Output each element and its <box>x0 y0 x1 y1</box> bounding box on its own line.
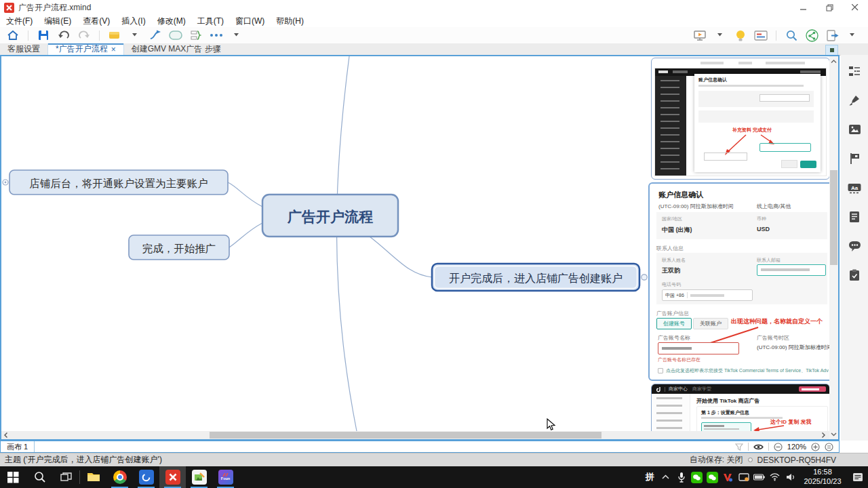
sheet-dropdown-caret[interactable] <box>125 28 145 43</box>
skeleton-bar <box>738 62 752 64</box>
eye-icon[interactable] <box>753 443 764 451</box>
start-button[interactable] <box>0 466 26 488</box>
ad-timezone-value: (UTC-09:00) 阿拉斯加标准时间 <box>757 344 832 351</box>
branch-collapse-handle[interactable] <box>642 274 647 280</box>
search-button[interactable] <box>781 28 802 43</box>
cancel-button-mini <box>781 160 797 168</box>
image-topic-account-confirm-small[interactable]: 账户信息确认 补充资料 完成支付 <box>651 58 830 180</box>
taskbar-clock[interactable]: 16:58 2025/10/23 <box>799 468 846 487</box>
sheet-button[interactable] <box>104 28 125 43</box>
more-tools-button[interactable] <box>206 28 226 43</box>
system-tray: 拼 16:58 2025/10/23 <box>643 466 868 488</box>
red-v-app-icon[interactable] <box>721 466 735 488</box>
menu-help[interactable]: 帮助(H) <box>276 16 304 27</box>
relationship-button[interactable] <box>145 28 165 43</box>
idea-bulb-button[interactable] <box>730 28 751 43</box>
screen-capture-icon[interactable] <box>736 466 751 488</box>
zoom-controls: 120% <box>735 443 839 451</box>
horizontal-scroll-thumb[interactable] <box>210 432 601 439</box>
nav-merchant-school: 商家学堂 <box>692 386 711 392</box>
notes-document-icon[interactable] <box>848 210 861 224</box>
export-dropdown-caret[interactable] <box>842 28 863 43</box>
menu-insert[interactable]: 插入(I) <box>121 16 145 27</box>
wechat-icon[interactable] <box>690 466 704 488</box>
share-button[interactable] <box>802 28 822 43</box>
scroll-right-icon[interactable] <box>820 432 827 439</box>
topic-left-top-label: 店铺后台，将开通账户设置为主要账户 <box>29 178 208 189</box>
task-view-button[interactable] <box>53 466 79 488</box>
horizontal-scrollbar[interactable] <box>1 431 829 439</box>
menu-edit[interactable]: 编辑(E) <box>44 16 71 27</box>
export-button[interactable] <box>822 28 842 43</box>
speaker-icon[interactable] <box>783 466 797 488</box>
notification-center-icon[interactable] <box>848 466 868 488</box>
vertical-scroll-thumb[interactable] <box>830 170 837 265</box>
presentation-button[interactable] <box>690 28 710 43</box>
foun-label: Foun <box>221 477 230 481</box>
home-button[interactable] <box>3 28 23 43</box>
foun-app-button[interactable]: Foun <box>212 466 239 488</box>
vertical-scrollbar[interactable] <box>829 56 838 439</box>
tiktok-header-bar: 商家中心 商家学堂 <box>652 384 829 394</box>
note-card-button[interactable] <box>751 28 771 43</box>
tab-label: 客服设置 <box>7 43 40 55</box>
wechat-icon-2[interactable] <box>705 466 719 488</box>
file-explorer-button[interactable] <box>80 466 106 488</box>
tab-close-icon[interactable]: × <box>111 45 116 54</box>
paint-app-button[interactable] <box>186 466 212 488</box>
marker-flag-icon[interactable] <box>848 152 861 165</box>
undo-button[interactable] <box>54 28 74 43</box>
zoom-in-icon[interactable] <box>811 443 820 451</box>
save-button[interactable] <box>33 28 54 43</box>
more-dropdown-caret[interactable] <box>226 28 247 43</box>
topic-structure-icon[interactable] <box>848 64 861 78</box>
topic-right-label: 开户完成后，进入店铺广告创建账户 <box>449 272 623 284</box>
menu-file[interactable]: 文件(F) <box>6 16 33 27</box>
wifi-icon[interactable] <box>768 466 782 488</box>
fit-window-icon[interactable] <box>825 443 833 451</box>
skeleton-bar <box>766 62 805 64</box>
filter-icon[interactable] <box>735 443 743 451</box>
ime-indicator[interactable]: 拼 <box>643 466 657 488</box>
tray-expand-icon[interactable] <box>658 466 673 488</box>
chrome-button[interactable] <box>106 466 133 488</box>
menu-view[interactable]: 查看(V) <box>83 16 110 27</box>
mindmap-canvas[interactable]: 店铺后台，将开通账户设置为主要账户 完成，开始推广 广告开户流程 开户完成后，进… <box>0 55 840 441</box>
restore-button[interactable] <box>816 0 842 15</box>
status-bar: 主题 ('开户完成后，进入店铺广告创建账户') 自动保存: 关闭 DESKTOP… <box>0 453 868 466</box>
ad-name-error-text: 广告账号名称已存在 <box>658 357 701 363</box>
boundary-button[interactable] <box>165 28 186 43</box>
scroll-left-icon[interactable] <box>3 432 9 439</box>
sheet-tab-canvas1[interactable]: 画布 1 <box>1 441 35 452</box>
style-brush-icon[interactable] <box>848 94 861 107</box>
sticker-image-icon[interactable] <box>848 123 861 136</box>
task-clipboard-icon[interactable] <box>848 268 861 282</box>
tab-kefu-shezhi[interactable]: 客服设置 <box>0 43 47 55</box>
comment-bubble-icon[interactable] <box>848 239 861 253</box>
microphone-icon[interactable] <box>674 466 688 488</box>
image-topic-shop-ads-start[interactable]: 商家中心 商家学堂 开始使用 TikTok 商店广告 第 1 步：设置账户信息 … <box>651 384 830 439</box>
image-topic-account-confirm-large[interactable]: 账户信息确认 (UTC-09:00) 阿拉斯加标准时间 线上电商/其他 国家/地… <box>648 182 837 381</box>
terms-checkbox <box>658 368 663 373</box>
taskbar-search-button[interactable] <box>26 466 53 488</box>
menu-window[interactable]: 窗口(W) <box>235 16 264 27</box>
label-aa-icon[interactable]: Aa <box>848 181 861 195</box>
blue-app-button[interactable] <box>133 466 159 488</box>
xmind-taskbar-button[interactable] <box>159 466 186 488</box>
menu-modify[interactable]: 修改(M) <box>157 16 186 27</box>
terms-row: 点击此复选框即表示您接受 TikTok Commercial Terms of … <box>658 367 829 375</box>
modal-account-confirm: 账户信息确认 补充资料 完成支付 <box>694 74 821 172</box>
tabbar-corner-icon[interactable] <box>825 45 838 56</box>
menu-tools[interactable]: 工具(T) <box>197 16 224 27</box>
summary-button[interactable] <box>186 28 206 43</box>
zoom-out-icon[interactable] <box>774 443 783 451</box>
scroll-up-icon[interactable] <box>829 58 838 66</box>
tab-guanggao-kaihu[interactable]: *广告开户流程 × <box>47 43 124 55</box>
minimize-button[interactable] <box>791 0 816 15</box>
redo-button[interactable] <box>74 28 94 43</box>
close-button[interactable] <box>842 0 868 15</box>
tab-gmv-max[interactable]: 创建GMV MAX广告 步骤 <box>124 43 229 55</box>
presentation-dropdown-caret[interactable] <box>710 28 730 43</box>
battery-icon[interactable] <box>752 466 766 488</box>
scroll-down-icon[interactable] <box>829 430 838 439</box>
